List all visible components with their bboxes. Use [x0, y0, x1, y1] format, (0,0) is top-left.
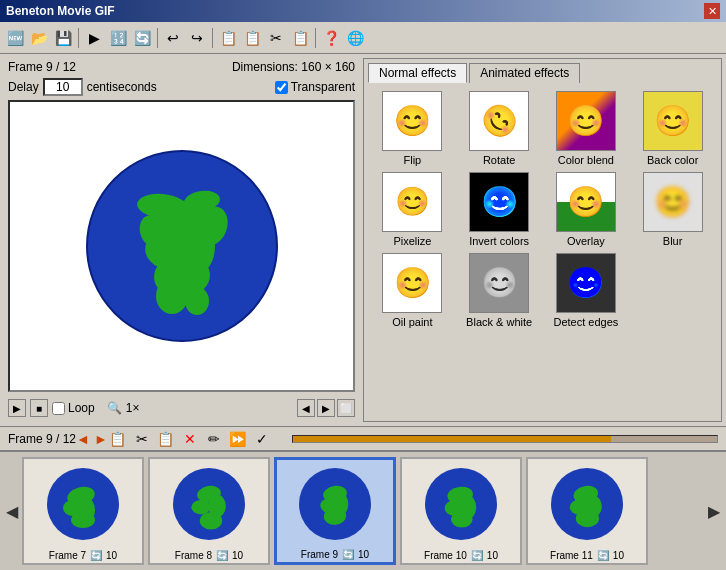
next-frame-button[interactable]: ▶	[317, 399, 335, 417]
colorblend-label: Color blend	[558, 154, 614, 166]
loop-checkbox[interactable]	[52, 402, 65, 415]
frame11-text: Frame 11	[550, 550, 593, 561]
transparent-checkbox[interactable]	[275, 81, 288, 94]
film-frame-10[interactable]: Frame 10 🔄 10	[400, 457, 522, 565]
loop-label: Loop	[68, 401, 95, 415]
effect-flip[interactable]: 😊 Flip	[372, 91, 453, 166]
copy-button[interactable]: 📋	[217, 27, 239, 49]
frame8-globe	[169, 464, 249, 544]
frame11-icon: 🔄	[597, 550, 609, 561]
effect-detectedges[interactable]: 😊 Detect edges	[546, 253, 627, 328]
effect-rotate-thumb: 😊	[469, 91, 529, 151]
refresh-button[interactable]: 🔄	[131, 27, 153, 49]
effect-overlay[interactable]: 😊 Overlay	[546, 172, 627, 247]
delay-label: Delay	[8, 80, 39, 94]
cut-button[interactable]: ✂	[265, 27, 287, 49]
redo-button[interactable]: ↪	[186, 27, 208, 49]
delete-frame-button[interactable]: ✕	[180, 429, 200, 449]
paste-frame-button[interactable]: 📋	[156, 429, 176, 449]
film-frame-9[interactable]: Frame 9 🔄 10	[274, 457, 396, 565]
effect-blackwhite[interactable]: 😊 Black & white	[459, 253, 540, 328]
frame-info: Frame 9 / 12 Dimensions: 160 × 160	[4, 58, 359, 76]
stop-button[interactable]: ■	[30, 399, 48, 417]
effect-invert-thumb: 😊	[469, 172, 529, 232]
filmstrip-prev[interactable]: ◀	[4, 481, 20, 541]
frame10-delay: 10	[487, 550, 498, 561]
svg-point-9	[156, 278, 188, 314]
frame-button[interactable]: 🔢	[107, 27, 129, 49]
frame9-canvas	[277, 460, 393, 547]
effect-oilpaint-thumb: 😊	[382, 253, 442, 313]
frame8-icon: 🔄	[216, 550, 228, 561]
play-toolbar-button[interactable]: ▶	[83, 27, 105, 49]
blur-label: Blur	[663, 235, 683, 247]
tab-normal[interactable]: Normal effects	[368, 63, 467, 83]
prev-arrow[interactable]: ◄	[76, 431, 90, 447]
film-frame-11[interactable]: Frame 11 🔄 10	[526, 457, 648, 565]
delay-row: Delay centiseconds Transparent	[4, 76, 359, 98]
effect-detectedges-thumb: 😊	[556, 253, 616, 313]
effect-rotate[interactable]: 😊 Rotate	[459, 91, 540, 166]
cut-frame-button[interactable]: ✂	[132, 429, 152, 449]
progress-area	[292, 435, 718, 443]
progress-bar	[292, 435, 718, 443]
frame10-canvas	[402, 459, 520, 548]
frame10-text: Frame 10	[424, 550, 467, 561]
effect-pixelize[interactable]: 😊 Pixelize	[372, 172, 453, 247]
effect-invertcolors[interactable]: 😊 Invert colors	[459, 172, 540, 247]
tab-animated[interactable]: Animated effects	[469, 63, 580, 83]
frame8-canvas	[150, 459, 268, 548]
frame11-delay: 10	[613, 550, 624, 561]
effect-colorblend[interactable]: 😊 Color blend	[546, 91, 627, 166]
frame10-label: Frame 10 🔄 10	[422, 548, 500, 563]
save-button[interactable]: 💾	[52, 27, 74, 49]
check-button[interactable]: ✓	[252, 429, 272, 449]
help-button[interactable]: ❓	[320, 27, 342, 49]
main-area: Frame 9 / 12 Dimensions: 160 × 160 Delay…	[0, 54, 726, 570]
effect-oilpaint[interactable]: 😊 Oil paint	[372, 253, 453, 328]
copy-frame-button[interactable]: 📋	[108, 429, 128, 449]
frame11-label: Frame 11 🔄 10	[548, 548, 626, 563]
zoom-label: 1×	[126, 401, 140, 415]
effects-tabs: Normal effects Animated effects	[368, 63, 717, 83]
flip-icon: 😊	[394, 106, 431, 136]
frame7-label: Frame 7 🔄 10	[47, 548, 119, 563]
film-frames: Frame 7 🔄 10 Frame 8	[22, 457, 704, 565]
web-button[interactable]: 🌐	[344, 27, 366, 49]
dimensions-label: Dimensions: 160 × 160	[232, 60, 355, 74]
frame9-icon: 🔄	[342, 549, 354, 560]
undo-button[interactable]: ↩	[162, 27, 184, 49]
status-nav: ◄ ►	[76, 431, 108, 447]
left-panel: Frame 9 / 12 Dimensions: 160 × 160 Delay…	[4, 58, 359, 422]
delay-input[interactable]	[43, 78, 83, 96]
effects-panel: Normal effects Animated effects 😊 Flip 😊	[363, 58, 722, 422]
delay-unit: centiseconds	[87, 80, 157, 94]
paste-button[interactable]: 📋	[241, 27, 263, 49]
new-button[interactable]: 🆕	[4, 27, 26, 49]
effects-grid: 😊 Flip 😊 Rotate 😊 Color blend	[368, 87, 717, 332]
effect-blur[interactable]: 😊 Blur	[632, 172, 713, 247]
copy2-button[interactable]: 📋	[289, 27, 311, 49]
flip-label: Flip	[404, 154, 422, 166]
close-button[interactable]: ✕	[704, 3, 720, 19]
window-title: Beneton Movie GIF	[6, 4, 115, 18]
next-arrow[interactable]: ►	[94, 431, 108, 447]
film-frame-7[interactable]: Frame 7 🔄 10	[22, 457, 144, 565]
film-frame-8[interactable]: Frame 8 🔄 10	[148, 457, 270, 565]
effect-blur-thumb: 😊	[643, 172, 703, 232]
forward-button[interactable]: ⏩	[228, 429, 248, 449]
frame7-canvas	[24, 459, 142, 548]
frame7-text: Frame 7	[49, 550, 86, 561]
transparent-checkbox-group: Transparent	[275, 80, 355, 94]
fit-button[interactable]: ⬜	[337, 399, 355, 417]
paint-button[interactable]: ✏	[204, 429, 224, 449]
play-button[interactable]: ▶	[8, 399, 26, 417]
effect-backcolor[interactable]: 😊 Back color	[632, 91, 713, 166]
frame9-text: Frame 9	[301, 549, 338, 560]
pixelize-label: Pixelize	[393, 235, 431, 247]
frame9-globe	[295, 464, 375, 544]
prev-frame-button[interactable]: ◀	[297, 399, 315, 417]
open-button[interactable]: 📂	[28, 27, 50, 49]
detectedges-icon: 😊	[567, 268, 604, 298]
filmstrip-next[interactable]: ▶	[706, 481, 722, 541]
